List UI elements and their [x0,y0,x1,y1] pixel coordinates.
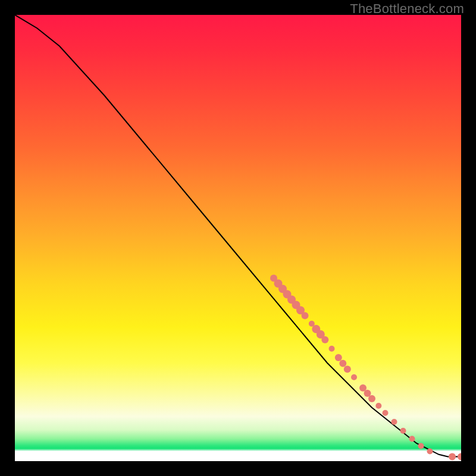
plot-area [15,15,461,461]
highlight-point [400,428,406,434]
highlight-point [409,436,415,442]
chart-stage: TheBottleneck.com [0,0,476,476]
highlight-point [321,336,328,343]
chart-svg [15,15,461,461]
highlight-point [351,374,357,380]
highlight-point [344,366,351,373]
highlight-point [392,419,397,425]
highlight-point [335,354,342,361]
highlight-point [339,360,346,367]
highlight-point [427,449,433,455]
watermark-text: TheBottleneck.com [350,1,464,17]
highlight-point [375,403,381,409]
highlight-point [329,346,335,352]
highlight-point [383,410,389,416]
highlight-point [458,453,461,461]
highlight-point [368,395,375,402]
highlight-point [302,312,309,320]
highlight-point [418,443,424,449]
highlight-point [449,453,456,461]
highlight-points-group [270,275,461,461]
bottleneck-curve-path [15,15,461,457]
